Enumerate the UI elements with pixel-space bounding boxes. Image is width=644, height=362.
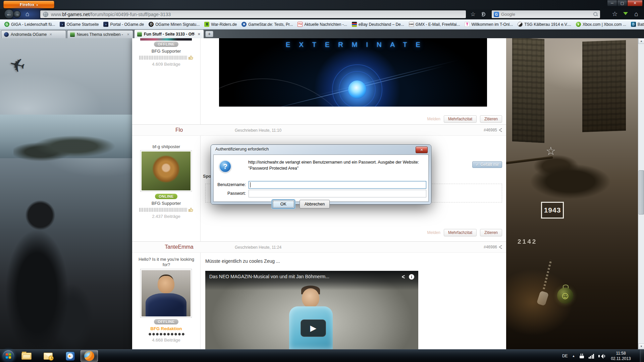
network-plug-icon[interactable] [580, 354, 584, 359]
password-row: Passwort: [214, 190, 428, 198]
info-icon[interactable]: i [409, 274, 414, 280]
multiquote-button[interactable]: Mehrfachzitat [444, 229, 477, 236]
start-button[interactable] [3, 350, 14, 362]
status-badge: ONLINE [155, 194, 177, 199]
bf-games-favicon-icon [137, 32, 142, 37]
bookmark-item-war-riders[interactable]: IIIWar-Riders.de [202, 21, 239, 28]
bookmark-item-portal-ogame[interactable]: Portal - OGame.de [101, 21, 146, 28]
share-icon [498, 245, 502, 249]
author-name[interactable]: TanteEmma [132, 244, 226, 250]
tab-close-icon[interactable]: × [197, 32, 201, 37]
tab-label: Fun Stuff - Seite 3133 - Off-Topic - BF.… [144, 32, 195, 37]
youtube-embed[interactable]: Das NEO MAGAZIN-Musical von und mit Jan … [205, 271, 418, 349]
speaker-icon[interactable] [598, 354, 604, 359]
tab-fun-stuff-active[interactable]: Fun Stuff - Seite 3133 - Off-Topic - BF.… [134, 29, 204, 38]
author-name[interactable]: Flo [132, 127, 226, 133]
bookmark-star-icon[interactable]: ☆ [469, 10, 477, 18]
taskbar-explorer-button[interactable] [19, 351, 34, 361]
search-box[interactable]: G [491, 10, 600, 18]
taskbar-outlook-button[interactable] [40, 351, 56, 361]
bookmark-item-ogame-minen[interactable]: OOGame Minen Signatu... [146, 21, 202, 28]
member-group: BFG Supporter [132, 49, 200, 54]
post3-author-sidebar: OFFLINE BFG Redaktion 4.668 Beiträge [132, 319, 200, 343]
url-bar[interactable]: www.bf-games.net/forum/topic/40499-fun-s… [40, 10, 466, 18]
cancel-button[interactable]: Abbrechen [300, 200, 330, 208]
report-link[interactable]: Melden [427, 230, 440, 235]
url-domain: bf-games.net [62, 12, 90, 17]
password-field[interactable] [249, 190, 426, 197]
tab-andromeda-ogame[interactable]: Andromeda OGame × [1, 30, 66, 38]
search-engine-icon[interactable]: G [494, 12, 499, 17]
sidebar-divider [200, 38, 201, 349]
post-number[interactable]: #46985 [484, 128, 502, 132]
maximize-button[interactable]: ▢ [617, 0, 627, 6]
tab-close-icon[interactable]: × [126, 32, 130, 37]
dialog-close-button[interactable]: ✕ [416, 146, 428, 153]
bookmark-label: Xbox.com | Xbox.com ... [583, 22, 626, 27]
taskbar-media-player-button[interactable]: ▶ [62, 351, 78, 361]
tab-close-icon[interactable]: × [49, 32, 53, 37]
tab-neues-thema[interactable]: Neues Thema schreiben - BF-Games.... × [67, 30, 133, 38]
bookmark-item-ogame-startseite[interactable]: OGame Startseite [57, 21, 101, 28]
bookmark-item-giga[interactable]: GGIGA - Leidenschaft fü... [2, 21, 57, 28]
news-icon: TV [298, 22, 303, 27]
username-field[interactable] [249, 181, 426, 189]
xbox-icon: x [576, 22, 581, 27]
signal-bars-icon[interactable] [589, 354, 594, 359]
bookmark-item-tsg-kaelberau[interactable]: TSG Kälberau 1914 e.V.... [515, 21, 574, 28]
bookmark-label: Battle.net-Account [638, 22, 644, 27]
scrollbar-thumb[interactable] [639, 170, 644, 215]
new-tab-button[interactable]: + [205, 31, 213, 37]
bookmark-item-gmx[interactable]: GMXGMX - E-Mail, FreeMai... [407, 21, 463, 28]
taskbar-firefox-button-active[interactable] [80, 350, 98, 362]
ok-button[interactable]: OK [272, 200, 295, 208]
reload-icon[interactable] [479, 10, 487, 18]
bookmarks-star-toolbar-icon[interactable]: ☆ [610, 10, 619, 18]
downloads-icon[interactable] [621, 10, 630, 18]
folder-icon [21, 353, 32, 360]
page-scrollbar[interactable]: ▲ ▼ [638, 38, 644, 349]
username-label: Benutzername: [214, 182, 246, 187]
bookmark-item-gamestar[interactable]: ★GameStar.de: Tests, Pr... [239, 21, 295, 28]
show-desktop-button[interactable] [640, 350, 644, 362]
tab-label: Neues Thema schreiben - BF-Games.... [77, 32, 124, 37]
taskbar-clock[interactable]: 11:58 02.11.2013 [606, 351, 635, 361]
home-toolbar-icon[interactable]: ⌂ [632, 10, 641, 18]
bookmark-item-ebay[interactable]: eBay Deutschland – De... [350, 21, 407, 28]
avatar[interactable] [140, 269, 192, 318]
video-controls: < i [402, 271, 418, 280]
reputation-pips [132, 333, 200, 336]
bookmark-label: Portal - OGame.de [110, 22, 144, 27]
bookmark-item-t-online[interactable]: TWillkommen im T-Onl... [462, 21, 515, 28]
tray-expand-arrow-icon[interactable]: ▲ [572, 354, 575, 358]
quote-button[interactable]: Zitieren [480, 229, 502, 236]
bookmark-item-battlenet[interactable]: BBattle.net-Account [629, 21, 644, 28]
language-indicator[interactable]: DE [562, 354, 568, 358]
close-button[interactable]: ✕ [627, 0, 643, 6]
grain-overlay-decoration [0, 38, 132, 349]
quote-button[interactable]: Zitieren [480, 115, 502, 123]
scroll-up-arrow-icon[interactable]: ▲ [638, 38, 644, 44]
bookmark-label: GIGA - Leidenschaft fü... [11, 22, 55, 27]
search-input[interactable] [499, 12, 593, 17]
multiquote-button[interactable]: Mehrfachzitat [444, 115, 477, 123]
share-icon[interactable]: < [402, 273, 405, 281]
building-silhouette-decoration [582, 40, 626, 132]
bookmark-label: Aktuelle Nachrichten -... [304, 22, 347, 27]
member-title: Hello? Is it me you're looking for? [136, 257, 197, 267]
home-button[interactable]: ⌂ [25, 10, 34, 18]
search-magnifier-icon[interactable] [593, 12, 598, 17]
report-link[interactable]: Melden [427, 117, 440, 121]
post-number[interactable]: #46986 [484, 245, 502, 249]
scroll-down-arrow-icon[interactable]: ▼ [638, 344, 644, 349]
like-button[interactable]: ✓ Gefällt mir [472, 161, 502, 168]
fire-glow-decoration [506, 269, 573, 336]
minimize-button[interactable]: ─ [607, 0, 617, 6]
forward-button[interactable]: → [13, 10, 21, 18]
play-button[interactable]: ▶ [301, 319, 326, 337]
back-button[interactable]: ← [4, 9, 14, 19]
bookmark-item-nachrichten[interactable]: TVAktuelle Nachrichten -... [295, 21, 349, 28]
bookmark-item-xbox[interactable]: xXbox.com | Xbox.com ... [574, 21, 629, 28]
avatar[interactable] [140, 150, 192, 192]
video-title[interactable]: Das NEO MAGAZIN-Musical von und mit Jan … [205, 271, 402, 279]
